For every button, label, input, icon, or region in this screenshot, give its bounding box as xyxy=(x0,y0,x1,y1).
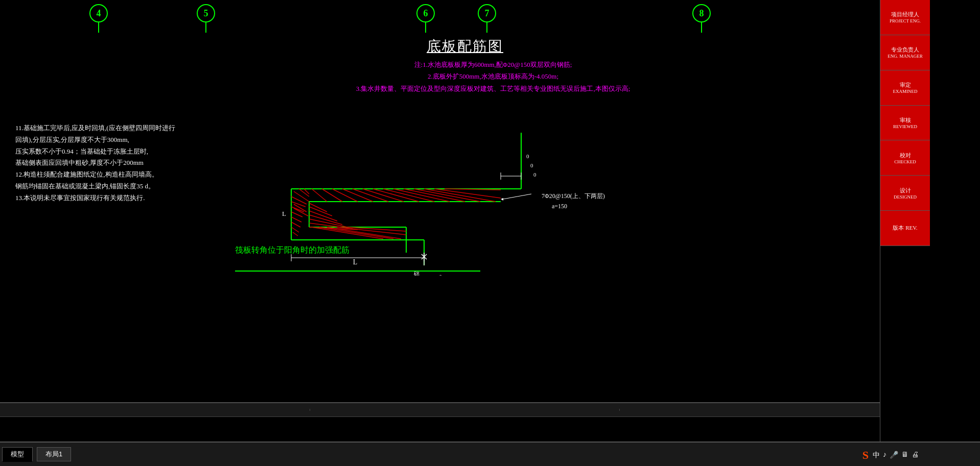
panel-label-checked-en: CHECKED xyxy=(894,159,916,164)
logo-icon-3: 🎤 xyxy=(890,451,898,460)
column-line-4 xyxy=(98,22,99,33)
panel-label-rev-cn: 版本 REV. xyxy=(893,224,917,232)
panel-label-reviewed-cn: 审核 xyxy=(900,116,911,124)
left-note-line-6: 钢筋均锚固在基础或混凝土梁内,锚固长度35 d。 xyxy=(15,181,230,192)
svg-line-18 xyxy=(291,227,299,232)
bottom-tab-bar xyxy=(0,403,930,417)
left-note-line-5: 12.构造柱须配合建施图纸定位,构造柱高同墙高。 xyxy=(15,169,230,181)
panel-label-project-eng-en: PROJECT ENG. xyxy=(890,18,921,23)
logo-icon-4: 🖥 xyxy=(901,451,908,460)
svg-line-16 xyxy=(291,217,301,222)
note-line-1: 注:1.水池底板板厚为600mm,配Φ20@150双层双向钢筋; xyxy=(158,59,828,70)
drawing-bottom-label: 筏板转角位于阳角时的加强配筋 xyxy=(235,245,349,256)
panel-label-eng-manager-cn: 专业负责人 xyxy=(891,46,919,54)
column-line-7 xyxy=(486,22,487,33)
column-marker-8: 8 xyxy=(692,4,711,33)
panel-label-project-eng-cn: 项目经理人 xyxy=(891,11,919,18)
panel-label-examined-cn: 审定 xyxy=(900,81,911,89)
logo-icons: 中 ♪ 🎤 🖥 🖨 xyxy=(873,451,919,460)
left-note-line-1: 11.基础施工完毕后,应及时回填,(应在侧壁四周同时进行 xyxy=(15,122,230,134)
bottom-tab-divider-2 xyxy=(310,409,620,411)
svg-line-19 xyxy=(293,232,298,236)
panel-row-examined: 审定 EXAMINED xyxy=(880,70,930,106)
svg-text:0: 0 xyxy=(526,153,529,159)
column-circle-4: 4 xyxy=(89,4,108,22)
column-marker-4: 4 xyxy=(89,4,108,33)
column-line-8 xyxy=(701,22,702,33)
column-circle-8: 8 xyxy=(692,4,711,22)
column-circle-5: 5 xyxy=(197,4,215,22)
svg-text:0: 0 xyxy=(533,171,536,178)
panel-row-designed: 设计 DESIGNED xyxy=(880,176,930,211)
svg-line-22 xyxy=(332,189,358,202)
svg-marker-49 xyxy=(501,198,503,201)
layout1-tab-button[interactable]: 布局1 xyxy=(37,447,71,461)
logo-s-icon: S xyxy=(862,449,869,462)
svg-line-15 xyxy=(291,212,302,217)
note-line-3: 3.集水井数量、平面定位及型向深度应板对建筑、工艺等相关专业图纸无误后施工,本图… xyxy=(158,83,828,94)
column-circle-7: 7 xyxy=(478,4,496,22)
panel-row-project-eng: 项目经理人 PROJECT ENG. xyxy=(880,0,930,35)
svg-line-48 xyxy=(503,194,531,199)
column-line-5 xyxy=(205,22,206,33)
column-circle-6: 6 xyxy=(416,4,435,22)
logo-icon-1: 中 xyxy=(873,451,880,460)
logo-icon-5: 🖨 xyxy=(912,451,919,460)
panel-label-checked-cn: 校对 xyxy=(900,152,911,159)
left-note-line-3: 压实系数不小于0.94；当基础处于冻胀土层时, xyxy=(15,146,230,158)
bottom-tab-divider xyxy=(0,409,310,411)
svg-text:L: L xyxy=(353,258,358,266)
panel-label-reviewed-en: REVIEWED xyxy=(893,124,917,129)
svg-line-37 xyxy=(309,207,332,216)
model-tab-button[interactable]: 模型 xyxy=(2,447,33,462)
left-note-line-4: 基础侧表面应回填中粗砂,厚度不小于200mm xyxy=(15,157,230,169)
svg-line-28 xyxy=(393,189,450,202)
note-line-2: 2.底板外扩500mm,水池底板顶标高为-4.050m; xyxy=(158,70,828,82)
logo-area: S 中 ♪ 🎤 🖥 🖨 xyxy=(862,449,919,462)
panel-label-designed-en: DESIGNED xyxy=(894,194,917,200)
svg-text:钢筋@150: 钢筋@150 xyxy=(417,273,444,276)
panel-label-examined-en: EXAMINED xyxy=(893,89,918,94)
panel-label-eng-manager-en: ENG. MANAGER xyxy=(888,54,923,59)
svg-text:0: 0 xyxy=(530,162,533,168)
rebar-label: 7Φ20@150(上、下两层) xyxy=(542,192,605,200)
svg-line-9 xyxy=(294,191,309,202)
notes-section: 注:1.水池底板板厚为600mm,配Φ20@150双层双向钢筋; 2.底板外扩5… xyxy=(158,59,828,94)
panel-row-checked: 校对 CHECKED xyxy=(880,140,930,176)
svg-line-12 xyxy=(291,197,307,204)
right-panel: 项目经理人 PROJECT ENG. 专业负责人 ENG. MANAGER 审定… xyxy=(880,0,930,442)
logo-icon-2: ♪ xyxy=(883,451,886,460)
left-note-line-2: 回填),分层压实,分层厚度不大于300mm, xyxy=(15,134,230,146)
drawing-title: 底板配筋图 xyxy=(427,37,503,56)
column-marker-7: 7 xyxy=(478,4,496,33)
svg-line-27 xyxy=(383,189,434,202)
left-note-line-7: 13.本说明未尽事宜按国家现行有关规范执行. xyxy=(15,192,230,204)
svg-text:L: L xyxy=(282,210,286,217)
panel-row-eng-manager: 专业负责人 ENG. MANAGER xyxy=(880,35,930,70)
spacing-label: a=150 xyxy=(552,203,567,210)
column-line-6 xyxy=(425,22,426,33)
column-marker-6: 6 xyxy=(416,4,435,33)
panel-row-reviewed: 审核 REVIEWED xyxy=(880,106,930,141)
panel-row-rev: 版本 REV. xyxy=(880,211,930,246)
left-notes-section: 11.基础施工完毕后,应及时回填,(应在侧壁四周同时进行 回填),分层压实,分层… xyxy=(15,122,230,204)
svg-line-46 xyxy=(337,227,406,235)
svg-line-35 xyxy=(294,208,308,216)
bottom-separator-line xyxy=(235,271,480,272)
column-marker-5: 5 xyxy=(197,4,215,33)
panel-label-designed-cn: 设计 xyxy=(900,187,911,194)
svg-line-17 xyxy=(291,222,300,227)
very-bottom-bar: 模型 布局1 S 中 ♪ 🎤 🖥 🖨 xyxy=(0,442,980,466)
